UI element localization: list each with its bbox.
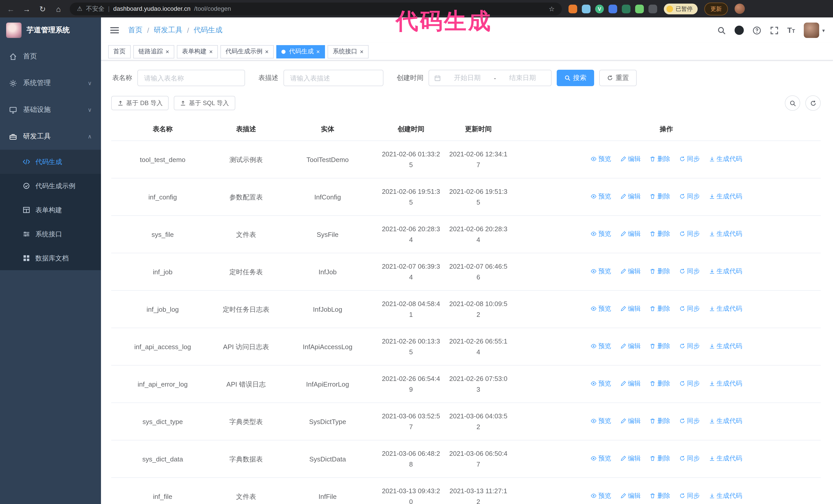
edit-link[interactable]: 编辑 [620,416,641,427]
toggle-search-button[interactable] [785,95,800,111]
sidebar-item-db-docs[interactable]: 数据库文档 [0,246,101,270]
date-range-picker[interactable]: 开始日期 - 结束日期 [429,70,552,86]
fullscreen-icon[interactable] [770,26,779,34]
update-button[interactable]: 更新 [704,2,728,15]
reset-button[interactable]: 重置 [599,70,637,86]
tab-close-icon[interactable]: × [209,48,213,55]
preview-link[interactable]: 预览 [591,154,611,165]
extension-icon[interactable] [622,4,630,13]
extension-icon[interactable] [609,4,617,13]
delete-link[interactable]: 删除 [650,304,670,314]
import-db-button[interactable]: 基于 DB 导入 [111,96,169,110]
home-icon[interactable]: ⌂ [54,5,63,13]
sync-link[interactable]: 同步 [679,453,700,464]
sync-link[interactable]: 同步 [679,378,700,389]
browser-profile-avatar[interactable] [735,4,745,14]
sidebar-item-form-builder[interactable]: 表单构建 [0,198,101,222]
tab-close-icon[interactable]: × [360,48,363,55]
generate-code-link[interactable]: 生成代码 [709,416,742,427]
extension-icon[interactable] [582,4,591,13]
tab-close-icon[interactable]: × [316,48,320,55]
sync-link[interactable]: 同步 [679,266,700,277]
github-icon[interactable] [734,26,743,35]
bookmark-star-icon[interactable]: ☆ [549,5,555,13]
sidebar-item-codegen-example[interactable]: 代码生成示例 [0,174,101,198]
edit-link[interactable]: 编辑 [620,154,641,165]
search-button[interactable]: 搜索 [557,70,594,86]
generate-code-link[interactable]: 生成代码 [709,378,742,389]
sidebar-item-system-api[interactable]: 系统接口 [0,222,101,246]
sync-link[interactable]: 同步 [679,491,700,501]
app-logo-row[interactable]: 芋道管理系统 [0,18,101,43]
sync-link[interactable]: 同步 [679,304,700,314]
preview-link[interactable]: 预览 [591,416,611,427]
sync-link[interactable]: 同步 [679,191,700,202]
sidebar-item-devtools[interactable]: 研发工具 ∧ [0,123,101,150]
sidebar-item-home[interactable]: 首页 [0,43,101,70]
tab-system-api[interactable]: 系统接口× [328,45,368,58]
sidebar-item-codegen[interactable]: 代码生成 [0,150,101,174]
refresh-table-button[interactable] [805,95,821,111]
tab-close-icon[interactable]: × [166,48,169,55]
sync-link[interactable]: 同步 [679,154,700,165]
generate-code-link[interactable]: 生成代码 [709,304,742,314]
preview-link[interactable]: 预览 [591,266,611,277]
edit-link[interactable]: 编辑 [620,453,641,464]
generate-code-link[interactable]: 生成代码 [709,453,742,464]
delete-link[interactable]: 删除 [650,491,670,501]
edit-link[interactable]: 编辑 [620,378,641,389]
delete-link[interactable]: 删除 [650,453,670,464]
edit-link[interactable]: 编辑 [620,229,641,239]
extension-icon[interactable]: V [595,4,604,13]
sync-link[interactable]: 同步 [679,229,700,239]
search-icon[interactable] [717,26,725,34]
delete-link[interactable]: 删除 [650,229,670,239]
help-icon[interactable] [752,26,761,34]
sidebar-item-system[interactable]: 系统管理 ∨ [0,70,101,96]
preview-link[interactable]: 预览 [591,304,611,314]
forward-icon[interactable]: → [22,5,31,13]
generate-code-link[interactable]: 生成代码 [709,191,742,202]
delete-link[interactable]: 删除 [650,154,670,165]
edit-link[interactable]: 编辑 [620,266,641,277]
generate-code-link[interactable]: 生成代码 [709,491,742,501]
sidebar-item-infra[interactable]: 基础设施 ∨ [0,96,101,123]
breadcrumb-item-home[interactable]: 首页 [128,26,143,35]
delete-link[interactable]: 删除 [650,416,670,427]
font-size-icon[interactable]: TT [787,26,795,35]
preview-link[interactable]: 预览 [591,378,611,389]
tab-codegen[interactable]: 代码生成× [276,45,325,58]
delete-link[interactable]: 删除 [650,266,670,277]
user-menu[interactable]: ▾ [804,23,825,38]
preview-link[interactable]: 预览 [591,453,611,464]
edit-link[interactable]: 编辑 [620,304,641,314]
generate-code-link[interactable]: 生成代码 [709,229,742,239]
extension-icon[interactable] [635,4,644,13]
tab-trace[interactable]: 链路追踪× [133,45,174,58]
delete-link[interactable]: 删除 [650,191,670,202]
table-name-input[interactable] [137,70,245,86]
preview-link[interactable]: 预览 [591,229,611,239]
reload-icon[interactable]: ↻ [38,5,47,13]
tab-form-builder[interactable]: 表单构建× [177,45,218,58]
preview-link[interactable]: 预览 [591,491,611,501]
import-sql-button[interactable]: 基于 SQL 导入 [174,96,235,110]
tab-codegen-example[interactable]: 代码生成示例× [220,45,274,58]
delete-link[interactable]: 删除 [650,378,670,389]
sync-link[interactable]: 同步 [679,341,700,352]
preview-link[interactable]: 预览 [591,191,611,202]
breadcrumb-item-devtools[interactable]: 研发工具 [154,26,183,35]
edit-link[interactable]: 编辑 [620,341,641,352]
tab-home[interactable]: 首页 [108,45,131,58]
edit-link[interactable]: 编辑 [620,191,641,202]
table-desc-input[interactable] [284,70,383,86]
edit-link[interactable]: 编辑 [620,491,641,501]
hamburger-button[interactable] [109,25,120,35]
puzzle-extension-icon[interactable] [648,4,657,13]
generate-code-link[interactable]: 生成代码 [709,341,742,352]
generate-code-link[interactable]: 生成代码 [709,266,742,277]
extension-icon[interactable] [569,4,577,13]
generate-code-link[interactable]: 生成代码 [709,154,742,165]
tab-close-icon[interactable]: × [265,48,269,55]
back-icon[interactable]: ← [6,5,15,13]
